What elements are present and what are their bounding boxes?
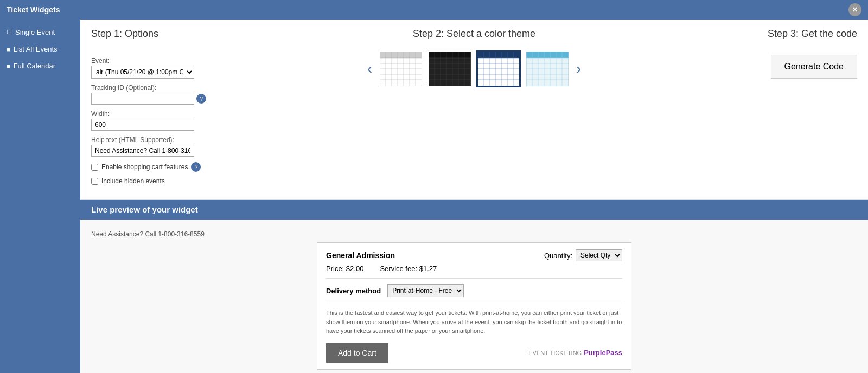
steps-header: Step 1: Options Event: air (Thu 05/21/20… — [80, 20, 868, 200]
app-title: Ticket Widgets — [7, 5, 60, 14]
themes-container: ‹ — [365, 50, 584, 87]
event-select[interactable]: air (Thu 05/21/20 @ 1:00pm CST) — [91, 66, 194, 79]
event-group: Event: air (Thu 05/21/20 @ 1:00pm CST) — [91, 57, 283, 79]
sidebar-item-full-calendar[interactable]: ■ Full Calendar — [0, 57, 80, 74]
delivery-label: Delivery method — [326, 287, 381, 295]
theme-black[interactable] — [427, 50, 472, 87]
quantity-label: Quantity: — [544, 252, 572, 260]
svg-rect-28 — [477, 52, 520, 58]
tracking-label: Tracking ID (Optional): — [91, 84, 283, 92]
sidebar-label-full-calendar: Full Calendar — [14, 62, 55, 70]
sidebar-label-list-all-events: List All Events — [14, 45, 58, 53]
svg-rect-14 — [429, 52, 471, 58]
delivery-select[interactable]: Print-at-Home - Free Will Call Mail — [387, 284, 464, 297]
shopping-cart-checkbox[interactable] — [91, 164, 98, 171]
full-calendar-icon: ■ — [7, 63, 10, 69]
tracking-help-icon[interactable]: ? — [196, 94, 206, 104]
width-input[interactable] — [91, 119, 194, 131]
single-event-icon: ☐ — [7, 29, 12, 36]
svg-rect-0 — [380, 52, 422, 58]
helptext-label: Help text (HTML Supported): — [91, 136, 283, 144]
width-group: Width: — [91, 110, 283, 131]
step2-title: Step 2: Select a color theme — [413, 28, 535, 40]
shopping-cart-label: Enable shopping cart features — [101, 163, 188, 171]
purplepass-logo: PurplePass — [584, 349, 622, 357]
preview-body: Need Assistance? Call 1-800-316-8559 Gen… — [80, 220, 868, 373]
ticket-service-fee: Service fee: $1.27 — [380, 265, 437, 273]
step2-section: Step 2: Select a color theme ‹ — [283, 28, 666, 190]
theme-blue-dark[interactable] — [476, 50, 521, 87]
delivery-description: This is the fastest and easiest way to g… — [326, 303, 622, 336]
helptext-input[interactable] — [91, 145, 194, 157]
delivery-row: Delivery method Print-at-Home - Free Wil… — [326, 278, 622, 297]
main-content: Step 1: Options Event: air (Thu 05/21/20… — [80, 20, 868, 373]
ticket-name-row: General Admission Quantity: Select Qty 1… — [326, 249, 622, 261]
prev-theme-arrow[interactable]: ‹ — [365, 60, 374, 78]
preview-header: Live preview of your widget — [80, 200, 868, 220]
hidden-events-label: Include hidden events — [101, 177, 165, 185]
tracking-group: Tracking ID (Optional): ? — [91, 84, 283, 105]
step1-section: Step 1: Options Event: air (Thu 05/21/20… — [91, 28, 283, 190]
next-theme-arrow[interactable]: › — [574, 60, 583, 78]
event-label: Event: — [91, 57, 283, 65]
powered-by-label: EVENT TICKETING — [528, 350, 582, 356]
hidden-events-row: Include hidden events — [91, 177, 283, 185]
live-preview-section: Live preview of your widget Need Assista… — [80, 200, 868, 373]
theme-blue-light[interactable] — [525, 50, 570, 87]
generate-code-button[interactable]: Generate Code — [771, 55, 857, 79]
ticket-price-row: Price: $2.00 Service fee: $1.27 — [326, 265, 622, 273]
shopping-cart-row: Enable shopping cart features ? — [91, 162, 283, 172]
title-bar: Ticket Widgets × — [0, 0, 868, 20]
shopping-cart-help-icon[interactable]: ? — [191, 162, 201, 172]
theme-gray[interactable] — [379, 50, 423, 87]
ticket-price: Price: $2.00 — [326, 265, 363, 273]
add-to-cart-button[interactable]: Add to Cart — [326, 343, 388, 363]
add-to-cart-row: Add to Cart EVENT TICKETING PurplePass — [326, 343, 622, 363]
width-label: Width: — [91, 110, 283, 118]
app-layout: ☐ Single Event ■ List All Events ■ Full … — [0, 20, 868, 373]
close-button[interactable]: × — [848, 3, 861, 16]
preview-header-label: Live preview of your widget — [91, 205, 198, 214]
preview-help-text: Need Assistance? Call 1-800-316-8559 — [91, 230, 857, 238]
step1-title: Step 1: Options — [91, 28, 283, 40]
tracking-input[interactable] — [91, 93, 194, 105]
sidebar-label-single-event: Single Event — [15, 28, 55, 36]
sidebar-item-list-all-events[interactable]: ■ List All Events — [0, 41, 80, 57]
sidebar: ☐ Single Event ■ List All Events ■ Full … — [0, 20, 80, 373]
step3-title: Step 3: Get the code — [768, 28, 857, 40]
svg-rect-42 — [526, 52, 569, 58]
step1-content: Event: air (Thu 05/21/20 @ 1:00pm CST) T… — [91, 46, 283, 185]
ticket-name: General Admission — [326, 251, 395, 260]
ticket-quantity-group: Quantity: Select Qty 1 2 3 4 5 — [544, 249, 622, 261]
step3-section: Step 3: Get the code Generate Code — [666, 28, 857, 190]
sidebar-item-single-event[interactable]: ☐ Single Event — [0, 24, 80, 41]
purplepass-credit: EVENT TICKETING PurplePass — [528, 349, 622, 357]
quantity-select[interactable]: Select Qty 1 2 3 4 5 — [576, 249, 622, 261]
hidden-events-checkbox[interactable] — [91, 178, 98, 185]
ticket-box: General Admission Quantity: Select Qty 1… — [317, 242, 631, 370]
list-all-events-icon: ■ — [7, 46, 10, 53]
helptext-group: Help text (HTML Supported): — [91, 136, 283, 157]
